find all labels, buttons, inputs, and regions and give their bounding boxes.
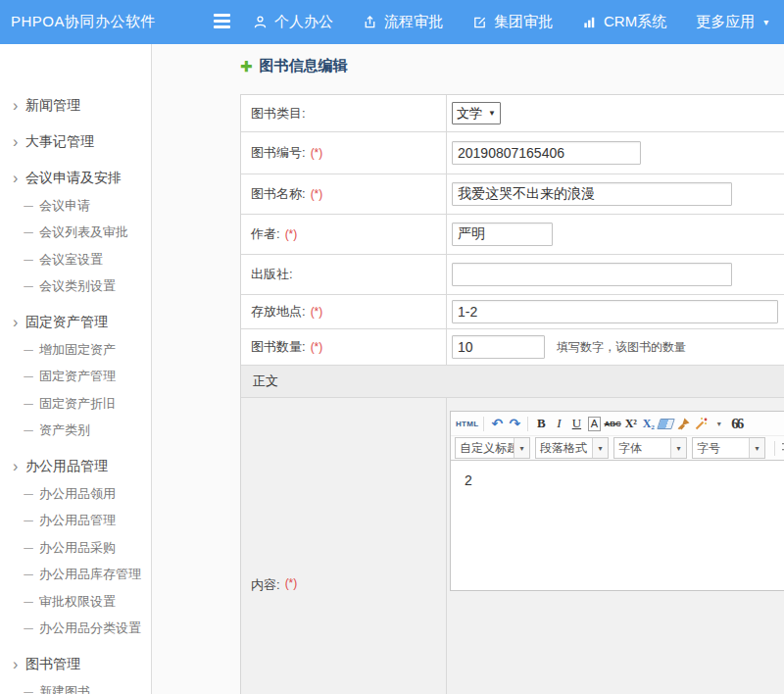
section-header: 正文 bbox=[241, 366, 784, 398]
sidebar-item-new-book[interactable]: — 新建图书 bbox=[0, 678, 151, 694]
nav-label: 流程审批 bbox=[384, 13, 443, 31]
magic-wand-icon bbox=[694, 417, 709, 431]
sidebar-item-meeting-type[interactable]: — 会议类别设置 bbox=[0, 273, 151, 301]
page-title: ✚ 图书信息编辑 bbox=[240, 57, 348, 75]
editor-toolbar-row2: 自定义标题 ▾ 段落格式 ▾ 字体 ▾ 字号 ▾ bbox=[451, 436, 784, 461]
format-brush-button[interactable] bbox=[676, 414, 692, 433]
book-number-input[interactable] bbox=[452, 141, 641, 165]
required-mark: (*) bbox=[285, 576, 298, 590]
location-input[interactable] bbox=[452, 300, 778, 323]
sidebar-item-supplies-manage[interactable]: — 办公用品管理 bbox=[0, 508, 151, 535]
form-row-author: 作者: (*) bbox=[241, 215, 784, 255]
field-label: 图书类目: bbox=[251, 105, 306, 123]
superscript-button[interactable]: X² bbox=[623, 414, 639, 433]
required-mark: (*) bbox=[311, 305, 323, 319]
html-source-button[interactable]: HTML bbox=[456, 414, 478, 433]
sidebar-item-meeting-apply[interactable]: — 会议申请 bbox=[0, 192, 151, 220]
dash-icon: — bbox=[24, 423, 33, 437]
editor-content[interactable]: 2 bbox=[451, 461, 784, 590]
main-content: ✚ 图书信息编辑 图书类目: 文学 ▼ 图书编号: (*) bbox=[153, 44, 784, 694]
dropdown-caret-icon: ▾ bbox=[749, 438, 764, 458]
quantity-input[interactable] bbox=[452, 335, 545, 359]
book-category-select[interactable]: 文学 ▼ bbox=[452, 102, 501, 124]
group-approval-icon bbox=[472, 15, 487, 29]
field-label: 内容: bbox=[251, 576, 280, 594]
sidebar-item-approval-permission[interactable]: — 审批权限设置 bbox=[0, 588, 151, 616]
dropdown-caret-icon: ▾ bbox=[592, 438, 608, 458]
dash-icon: — bbox=[24, 685, 33, 694]
dash-icon: — bbox=[24, 595, 33, 609]
nav-more-apps[interactable]: 更多应用 ▾ bbox=[696, 13, 768, 31]
form-row-content: 内容: (*) HTML ↶ ↷ B I U A ABC bbox=[241, 398, 784, 694]
form-row-book-name: 图书名称: (*) bbox=[241, 174, 784, 215]
required-mark: (*) bbox=[311, 146, 323, 160]
nav-label: CRM系统 bbox=[604, 13, 666, 31]
nav-group-approval[interactable]: 集团审批 bbox=[472, 13, 553, 31]
magic-wand-button[interactable] bbox=[694, 414, 710, 433]
top-nav: 个人办公 流程审批 集团审批 CRM系统 更多应用 ▾ bbox=[253, 0, 768, 44]
nav-personal-office[interactable]: 个人办公 bbox=[253, 13, 333, 31]
nav-label: 集团审批 bbox=[494, 13, 553, 31]
eraser-icon bbox=[657, 419, 675, 429]
sidebar-item-supplies-stock[interactable]: — 办公用品库存管理 bbox=[0, 562, 151, 589]
dash-icon: — bbox=[24, 541, 33, 555]
font-color-button[interactable]: A bbox=[586, 414, 602, 433]
underline-button[interactable]: U bbox=[568, 414, 584, 433]
dash-icon: — bbox=[24, 253, 33, 267]
sidebar-item-asset-manage[interactable]: — 固定资产管理 bbox=[0, 364, 151, 391]
dash-icon: — bbox=[24, 225, 33, 239]
sidebar-group-news[interactable]: › 新闻管理 bbox=[0, 92, 151, 120]
chevron-right-icon: › bbox=[13, 134, 25, 150]
menu-icon[interactable] bbox=[214, 14, 230, 28]
sidebar-item-supplies-purchase[interactable]: — 办公用品采购 bbox=[0, 534, 151, 562]
paragraph-format-dropdown[interactable]: 段落格式 ▾ bbox=[535, 437, 609, 459]
redo-button[interactable]: ↷ bbox=[507, 414, 522, 433]
select-arrow-icon: ▼ bbox=[488, 109, 496, 118]
blockquote-button[interactable]: 66 bbox=[729, 414, 745, 433]
nav-process-approval[interactable]: 流程审批 bbox=[363, 13, 443, 31]
chevron-right-icon: › bbox=[13, 315, 25, 330]
font-family-dropdown[interactable]: 字体 ▾ bbox=[613, 437, 687, 459]
sidebar-item-supplies-category[interactable]: — 办公用品分类设置 bbox=[0, 616, 151, 643]
chevron-right-icon: › bbox=[13, 657, 25, 672]
sidebar-group-fixed-assets[interactable]: › 固定资产管理 bbox=[0, 309, 151, 336]
required-mark: (*) bbox=[311, 340, 323, 354]
bold-button[interactable]: B bbox=[533, 414, 549, 433]
publisher-input[interactable] bbox=[452, 263, 732, 286]
font-size-dropdown[interactable]: 字号 ▾ bbox=[692, 437, 765, 459]
bar-chart-icon bbox=[582, 15, 597, 29]
sidebar: › 新闻管理 › 大事记管理 › 会议申请及安排 — 会议申请 — 会议列表及审… bbox=[0, 44, 152, 694]
sidebar-item-asset-type[interactable]: — 资产类别 bbox=[0, 418, 151, 445]
person-icon bbox=[253, 15, 268, 29]
nav-crm[interactable]: CRM系统 bbox=[582, 13, 666, 31]
field-label: 图书编号: bbox=[251, 144, 306, 162]
field-label: 图书名称: bbox=[251, 185, 306, 203]
subscript-button[interactable]: X₂ bbox=[641, 414, 657, 433]
sidebar-group-office-supplies[interactable]: › 办公用品管理 bbox=[0, 453, 151, 480]
form-row-publisher: 出版社: bbox=[241, 255, 784, 295]
sidebar-item-meeting-room[interactable]: — 会议室设置 bbox=[0, 246, 151, 273]
sidebar-group-meeting[interactable]: › 会议申请及安排 bbox=[0, 165, 151, 192]
sidebar-item-supplies-claim[interactable]: — 办公用品领用 bbox=[0, 480, 151, 508]
dash-icon: — bbox=[24, 370, 33, 383]
justify-button[interactable] bbox=[780, 438, 784, 458]
author-input[interactable] bbox=[452, 223, 553, 246]
italic-button[interactable]: I bbox=[551, 414, 566, 433]
dropdown-caret-icon: ▾ bbox=[514, 438, 529, 458]
form-row-book-number: 图书编号: (*) bbox=[241, 132, 784, 174]
sidebar-group-books[interactable]: › 图书管理 bbox=[0, 651, 151, 678]
add-icon: ✚ bbox=[240, 58, 253, 75]
rich-text-editor: HTML ↶ ↷ B I U A ABC X² X₂ bbox=[450, 411, 784, 591]
wand-caret-icon[interactable]: ▾ bbox=[711, 414, 727, 433]
caret-down-icon: ▾ bbox=[763, 17, 768, 27]
undo-button[interactable]: ↶ bbox=[489, 414, 505, 433]
sidebar-item-meeting-list[interactable]: — 会议列表及审批 bbox=[0, 220, 151, 247]
topbar: PHPOA协同办公软件 个人办公 流程审批 集团审批 CRM系统 bbox=[0, 0, 784, 44]
eraser-button[interactable] bbox=[659, 414, 674, 433]
strikethrough-button[interactable]: ABC bbox=[604, 414, 620, 433]
sidebar-group-memorabilia[interactable]: › 大事记管理 bbox=[0, 128, 151, 156]
book-name-input[interactable] bbox=[452, 182, 732, 206]
sidebar-item-asset-depreciation[interactable]: — 固定资产折旧 bbox=[0, 390, 151, 418]
sidebar-item-add-asset[interactable]: — 增加固定资产 bbox=[0, 336, 151, 364]
custom-title-dropdown[interactable]: 自定义标题 ▾ bbox=[455, 437, 530, 459]
